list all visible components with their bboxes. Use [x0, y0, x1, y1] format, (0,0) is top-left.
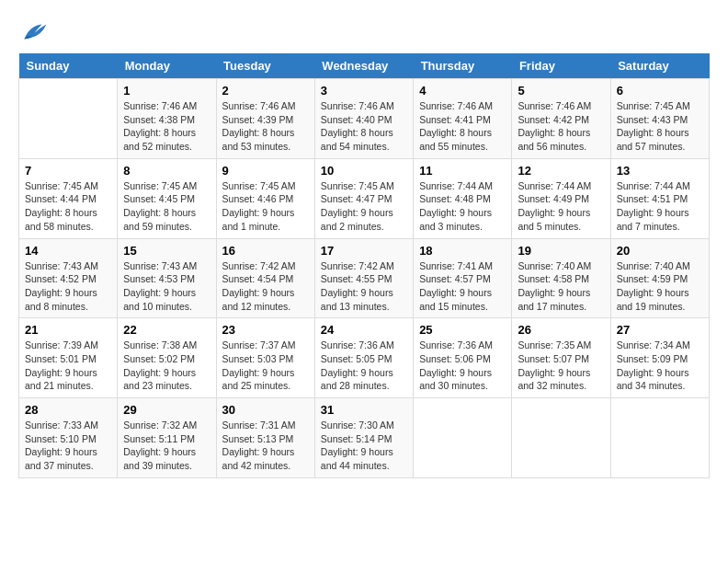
calendar-cell [19, 79, 118, 159]
calendar-cell [414, 398, 512, 478]
day-number: 30 [222, 403, 309, 417]
day-info: Sunrise: 7:43 AMSunset: 4:52 PMDaylight:… [25, 259, 111, 314]
day-number: 4 [419, 84, 506, 98]
day-number: 19 [518, 244, 604, 258]
calendar-week-4: 21Sunrise: 7:39 AMSunset: 5:01 PMDayligh… [19, 318, 710, 398]
day-info: Sunrise: 7:33 AMSunset: 5:10 PMDaylight:… [25, 419, 111, 473]
day-number: 22 [123, 323, 210, 337]
day-info: Sunrise: 7:44 AMSunset: 4:48 PMDaylight:… [419, 179, 506, 234]
day-info: Sunrise: 7:32 AMSunset: 5:11 PMDaylight:… [123, 419, 210, 473]
day-info: Sunrise: 7:46 AMSunset: 4:39 PMDaylight:… [222, 99, 309, 154]
day-info: Sunrise: 7:44 AMSunset: 4:51 PMDaylight:… [617, 179, 703, 234]
day-number: 9 [222, 164, 309, 178]
logo-icon [18, 18, 48, 44]
day-info: Sunrise: 7:42 AMSunset: 4:54 PMDaylight:… [222, 259, 309, 314]
day-number: 12 [518, 164, 604, 178]
day-number: 15 [123, 244, 210, 258]
calendar-body: 1Sunrise: 7:46 AMSunset: 4:38 PMDaylight… [19, 79, 710, 478]
day-number: 21 [25, 323, 111, 337]
day-number: 27 [617, 323, 703, 337]
day-info: Sunrise: 7:42 AMSunset: 4:55 PMDaylight:… [321, 259, 407, 314]
calendar-cell [512, 398, 610, 478]
calendar-cell: 11Sunrise: 7:44 AMSunset: 4:48 PMDayligh… [414, 158, 512, 238]
calendar-cell: 15Sunrise: 7:43 AMSunset: 4:53 PMDayligh… [118, 238, 216, 318]
day-info: Sunrise: 7:43 AMSunset: 4:53 PMDaylight:… [123, 259, 210, 314]
day-number: 3 [321, 84, 407, 98]
weekday-header-thursday: Thursday [414, 53, 512, 79]
day-info: Sunrise: 7:45 AMSunset: 4:47 PMDaylight:… [321, 179, 407, 234]
calendar-week-3: 14Sunrise: 7:43 AMSunset: 4:52 PMDayligh… [19, 238, 710, 318]
day-number: 2 [222, 84, 309, 98]
calendar-cell: 9Sunrise: 7:45 AMSunset: 4:46 PMDaylight… [216, 158, 314, 238]
day-info: Sunrise: 7:30 AMSunset: 5:14 PMDaylight:… [321, 419, 407, 473]
calendar-cell: 17Sunrise: 7:42 AMSunset: 4:55 PMDayligh… [314, 238, 413, 318]
day-number: 13 [617, 164, 703, 178]
logo [18, 18, 51, 44]
day-info: Sunrise: 7:35 AMSunset: 5:07 PMDaylight:… [518, 339, 604, 393]
weekday-header-saturday: Saturday [610, 53, 709, 79]
day-info: Sunrise: 7:45 AMSunset: 4:44 PMDaylight:… [25, 179, 111, 234]
day-info: Sunrise: 7:38 AMSunset: 5:02 PMDaylight:… [123, 339, 210, 393]
page-header [18, 18, 710, 44]
day-info: Sunrise: 7:44 AMSunset: 4:49 PMDaylight:… [518, 179, 604, 234]
day-number: 23 [222, 323, 309, 337]
calendar-cell: 20Sunrise: 7:40 AMSunset: 4:59 PMDayligh… [610, 238, 709, 318]
calendar-cell: 16Sunrise: 7:42 AMSunset: 4:54 PMDayligh… [216, 238, 314, 318]
day-info: Sunrise: 7:46 AMSunset: 4:38 PMDaylight:… [123, 99, 210, 154]
day-info: Sunrise: 7:39 AMSunset: 5:01 PMDaylight:… [25, 339, 111, 393]
weekday-header-sunday: Sunday [19, 53, 118, 79]
day-info: Sunrise: 7:31 AMSunset: 5:13 PMDaylight:… [222, 419, 309, 473]
calendar-cell: 2Sunrise: 7:46 AMSunset: 4:39 PMDaylight… [216, 79, 314, 159]
day-number: 25 [419, 323, 506, 337]
calendar-cell: 25Sunrise: 7:36 AMSunset: 5:06 PMDayligh… [414, 318, 512, 398]
calendar-week-1: 1Sunrise: 7:46 AMSunset: 4:38 PMDaylight… [19, 79, 710, 159]
day-number: 10 [321, 164, 407, 178]
calendar-cell: 18Sunrise: 7:41 AMSunset: 4:57 PMDayligh… [414, 238, 512, 318]
calendar-cell: 12Sunrise: 7:44 AMSunset: 4:49 PMDayligh… [512, 158, 610, 238]
calendar-week-5: 28Sunrise: 7:33 AMSunset: 5:10 PMDayligh… [19, 398, 710, 478]
calendar-header: SundayMondayTuesdayWednesdayThursdayFrid… [19, 53, 710, 79]
calendar-cell: 27Sunrise: 7:34 AMSunset: 5:09 PMDayligh… [610, 318, 709, 398]
weekday-header-wednesday: Wednesday [314, 53, 413, 79]
calendar-cell: 3Sunrise: 7:46 AMSunset: 4:40 PMDaylight… [314, 79, 413, 159]
day-number: 7 [25, 164, 111, 178]
day-info: Sunrise: 7:41 AMSunset: 4:57 PMDaylight:… [419, 259, 506, 314]
day-info: Sunrise: 7:36 AMSunset: 5:06 PMDaylight:… [419, 339, 506, 393]
calendar-cell: 22Sunrise: 7:38 AMSunset: 5:02 PMDayligh… [118, 318, 216, 398]
day-number: 20 [617, 244, 703, 258]
calendar-week-2: 7Sunrise: 7:45 AMSunset: 4:44 PMDaylight… [19, 158, 710, 238]
day-info: Sunrise: 7:45 AMSunset: 4:45 PMDaylight:… [123, 179, 210, 234]
day-number: 14 [25, 244, 111, 258]
calendar-cell: 19Sunrise: 7:40 AMSunset: 4:58 PMDayligh… [512, 238, 610, 318]
day-info: Sunrise: 7:37 AMSunset: 5:03 PMDaylight:… [222, 339, 309, 393]
calendar-cell: 6Sunrise: 7:45 AMSunset: 4:43 PMDaylight… [610, 79, 709, 159]
day-info: Sunrise: 7:34 AMSunset: 5:09 PMDaylight:… [617, 339, 703, 393]
calendar-cell: 24Sunrise: 7:36 AMSunset: 5:05 PMDayligh… [314, 318, 413, 398]
calendar-cell: 21Sunrise: 7:39 AMSunset: 5:01 PMDayligh… [19, 318, 118, 398]
calendar-cell: 1Sunrise: 7:46 AMSunset: 4:38 PMDaylight… [118, 79, 216, 159]
day-info: Sunrise: 7:45 AMSunset: 4:43 PMDaylight:… [617, 99, 703, 154]
day-info: Sunrise: 7:36 AMSunset: 5:05 PMDaylight:… [321, 339, 407, 393]
day-number: 24 [321, 323, 407, 337]
calendar-cell: 5Sunrise: 7:46 AMSunset: 4:42 PMDaylight… [512, 79, 610, 159]
calendar-cell: 26Sunrise: 7:35 AMSunset: 5:07 PMDayligh… [512, 318, 610, 398]
day-number: 29 [123, 403, 210, 417]
weekday-header-monday: Monday [118, 53, 216, 79]
weekday-header-friday: Friday [512, 53, 610, 79]
day-info: Sunrise: 7:46 AMSunset: 4:40 PMDaylight:… [321, 99, 407, 154]
day-number: 17 [321, 244, 407, 258]
day-info: Sunrise: 7:40 AMSunset: 4:59 PMDaylight:… [617, 259, 703, 314]
calendar-cell: 4Sunrise: 7:46 AMSunset: 4:41 PMDaylight… [414, 79, 512, 159]
day-number: 31 [321, 403, 407, 417]
weekday-header-tuesday: Tuesday [216, 53, 314, 79]
day-number: 28 [25, 403, 111, 417]
day-number: 11 [419, 164, 506, 178]
calendar-cell: 28Sunrise: 7:33 AMSunset: 5:10 PMDayligh… [19, 398, 118, 478]
day-number: 5 [518, 84, 604, 98]
day-info: Sunrise: 7:45 AMSunset: 4:46 PMDaylight:… [222, 179, 309, 234]
calendar-cell: 10Sunrise: 7:45 AMSunset: 4:47 PMDayligh… [314, 158, 413, 238]
day-number: 1 [123, 84, 210, 98]
calendar-cell [610, 398, 709, 478]
calendar-cell: 8Sunrise: 7:45 AMSunset: 4:45 PMDaylight… [118, 158, 216, 238]
calendar-cell: 23Sunrise: 7:37 AMSunset: 5:03 PMDayligh… [216, 318, 314, 398]
